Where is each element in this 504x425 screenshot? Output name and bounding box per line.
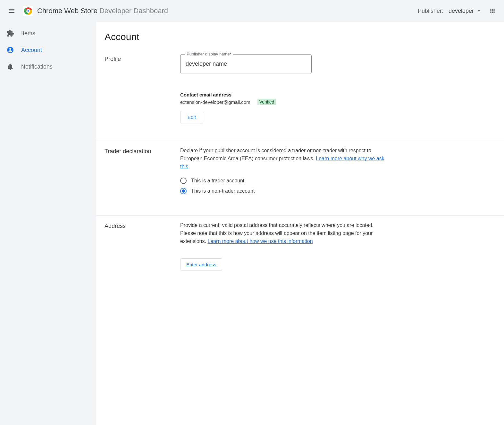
sidebar-item-items[interactable]: Items	[0, 25, 94, 42]
display-name-input[interactable]	[180, 54, 312, 73]
edit-email-button[interactable]: Edit	[180, 111, 203, 123]
sidebar: Items Account Notifications	[0, 22, 96, 425]
bell-icon	[6, 63, 14, 71]
sidebar-item-label: Account	[21, 47, 42, 54]
verified-badge: Verified	[257, 99, 276, 105]
radio-trader-account[interactable]: This is a trader account	[180, 178, 385, 184]
address-section-label: Address	[105, 221, 180, 271]
sidebar-item-account[interactable]: Account	[0, 42, 94, 58]
trader-section: Trader declaration Declare if your publi…	[96, 141, 504, 216]
app-header: Chrome Web Store Developer Dashboard Pub…	[0, 0, 504, 22]
trader-description: Declare if your publisher account is con…	[180, 147, 385, 171]
display-name-label: Publisher display name*	[185, 52, 233, 56]
chrome-web-store-icon	[23, 6, 33, 16]
google-apps-button[interactable]	[486, 4, 499, 17]
trader-section-label: Trader declaration	[105, 147, 180, 198]
logo-title: Chrome Web Store	[37, 7, 97, 15]
dropdown-icon	[476, 8, 482, 14]
main-content: Account Profile Publisher display name* …	[96, 22, 504, 425]
logo: Chrome Web Store Developer Dashboard	[23, 6, 168, 16]
account-icon	[6, 46, 14, 54]
contact-email-value: extension-developer@gmail.com	[180, 99, 250, 105]
publisher-dropdown[interactable]: developer	[449, 8, 482, 14]
sidebar-item-label: Items	[21, 30, 35, 37]
logo-subtitle: Developer Dashboard	[99, 7, 168, 15]
apps-grid-icon	[489, 8, 496, 14]
page-title: Account	[96, 22, 504, 49]
profile-section-label: Profile	[105, 54, 180, 123]
radio-label: This is a trader account	[191, 178, 244, 184]
radio-checked-icon	[180, 188, 187, 194]
contact-email-title: Contact email address	[180, 92, 385, 97]
address-description: Provide a current, valid postal address …	[180, 221, 385, 245]
radio-unchecked-icon	[180, 178, 187, 184]
enter-address-button[interactable]: Enter address	[180, 258, 222, 271]
address-section: Address Provide a current, valid postal …	[96, 216, 504, 288]
radio-label: This is a non-trader account	[191, 188, 255, 194]
sidebar-item-label: Notifications	[21, 63, 53, 70]
menu-button[interactable]	[5, 4, 18, 17]
menu-icon	[8, 7, 15, 15]
address-learn-more-link[interactable]: Learn more about how we use this informa…	[207, 238, 313, 244]
publisher-value: developer	[449, 8, 474, 14]
publisher-label: Publisher:	[418, 8, 443, 14]
extension-icon	[6, 29, 14, 37]
sidebar-item-notifications[interactable]: Notifications	[0, 58, 94, 75]
publisher-display-name-field: Publisher display name*	[180, 54, 385, 73]
radio-non-trader-account[interactable]: This is a non-trader account	[180, 188, 385, 194]
profile-section: Profile Publisher display name* Contact …	[96, 49, 504, 141]
